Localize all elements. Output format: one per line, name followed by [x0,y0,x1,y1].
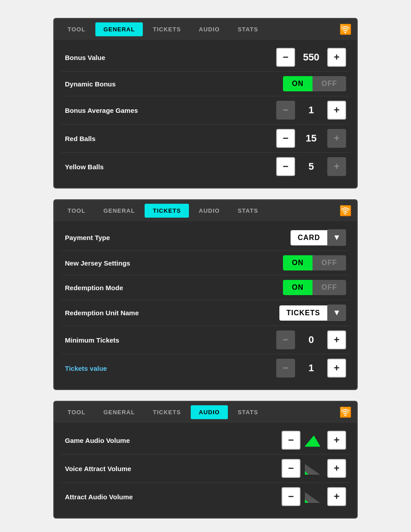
game-audio-plus[interactable]: + [327,431,346,450]
tab-audio-2[interactable]: AUDIO [191,204,228,218]
redemption-mode-label: Redemption Mode [65,284,123,292]
svg-marker-2 [305,464,320,475]
tab-tool-3[interactable]: TOOL [60,405,94,419]
dynamic-bonus-row: Dynamic Bonus ON OFF [61,72,350,96]
red-balls-control: − 15 + [276,129,346,148]
tab-tickets-2[interactable]: TICKETS [145,204,189,218]
yellow-balls-minus[interactable]: − [276,157,295,176]
tickets-value-display: 1 [298,362,325,374]
game-audio-minus[interactable]: − [282,431,300,450]
payment-type-control: CARD ▼ [291,229,346,246]
voice-attract-icon [303,460,325,476]
wifi-icon-2: 🛜 [339,205,351,217]
bonus-value-display: 550 [298,51,325,63]
bonus-avg-games-row: Bonus Average Games − 1 + [61,96,350,124]
min-tickets-control: − 0 + [276,330,346,349]
redemption-unit-value: TICKETS [279,305,327,321]
audio-panel: TOOL GENERAL TICKETS AUDIO STATS 🛜 Game … [53,401,358,519]
voice-attract-label: Voice Attract Volume [65,465,131,472]
dynamic-bonus-label: Dynamic Bonus [65,80,116,88]
game-audio-control: − + [282,431,346,450]
bonus-avg-games-display: 1 [298,104,325,116]
wifi-icon-3: 🛜 [339,407,351,418]
red-balls-plus[interactable]: + [327,129,346,148]
payment-type-label: Payment Type [65,234,110,241]
min-tickets-label: Minimum Tickets [65,336,119,344]
bonus-avg-games-control: − 1 + [276,101,346,120]
red-balls-display: 15 [298,133,325,144]
tab-tickets-3[interactable]: TICKETS [145,405,189,419]
new-jersey-control: ON OFF [283,255,346,270]
tab-stats-2[interactable]: STATS [230,204,266,218]
redemption-unit-dropdown: TICKETS ▼ [279,305,346,321]
payment-type-value: CARD [291,230,327,245]
tab-tool[interactable]: TOOL [60,22,94,36]
redemption-mode-on[interactable]: ON [283,280,313,295]
payment-type-row: Payment Type CARD ▼ [61,225,350,251]
bonus-avg-games-minus[interactable]: − [276,101,295,120]
tab-audio-3[interactable]: AUDIO [191,405,228,419]
tab-general-3[interactable]: GENERAL [95,405,143,419]
tickets-rows: Payment Type CARD ▼ New Jersey Settings … [54,221,357,389]
general-rows: Bonus Value − 550 + Dynamic Bonus ON OFF… [54,40,357,188]
redemption-mode-row: Redemption Mode ON OFF [61,275,350,300]
attract-audio-minus[interactable]: − [282,487,300,506]
voice-attract-plus[interactable]: + [327,459,346,478]
bonus-avg-games-plus[interactable]: + [327,101,346,120]
dynamic-bonus-control: ON OFF [283,76,346,91]
redemption-mode-control: ON OFF [283,280,346,295]
voice-attract-minus[interactable]: − [282,459,300,478]
yellow-balls-plus[interactable]: + [327,157,346,176]
tab-stats-3[interactable]: STATS [230,405,266,419]
game-audio-row: Game Audio Volume − + [61,426,350,455]
red-balls-row: Red Balls − 15 + [61,124,350,153]
tickets-value-row: Tickets value − 1 + [61,354,350,382]
min-tickets-minus[interactable]: − [276,330,295,349]
new-jersey-toggle: ON OFF [283,255,346,270]
yellow-balls-row: Yellow Balls − 5 + [61,153,350,180]
attract-audio-icon [303,489,325,505]
redemption-mode-toggle: ON OFF [283,280,346,295]
redemption-unit-label: Redemption Unit Name [65,309,139,317]
redemption-mode-off[interactable]: OFF [313,280,346,295]
dynamic-bonus-off[interactable]: OFF [313,76,346,91]
min-tickets-plus[interactable]: + [327,330,346,349]
new-jersey-row: New Jersey Settings ON OFF [61,251,350,275]
bonus-value-plus[interactable]: + [327,48,346,67]
bonus-avg-games-label: Bonus Average Games [65,107,138,114]
payment-type-arrow[interactable]: ▼ [327,229,346,246]
voice-attract-control: − + [282,459,346,478]
dynamic-bonus-on[interactable]: ON [283,76,313,91]
tab-stats[interactable]: STATS [230,22,266,36]
min-tickets-display: 0 [298,334,325,346]
attract-audio-control: − + [282,487,346,506]
tickets-tab-bar: TOOL GENERAL TICKETS AUDIO STATS 🛜 [54,200,357,221]
dynamic-bonus-toggle: ON OFF [283,76,346,91]
red-balls-minus[interactable]: − [276,129,295,148]
red-balls-label: Red Balls [65,135,95,142]
yellow-balls-display: 5 [298,161,325,172]
general-tab-bar: TOOL GENERAL TICKETS AUDIO STATS 🛜 [54,19,357,40]
bonus-value-row: Bonus Value − 550 + [61,43,350,72]
new-jersey-off[interactable]: OFF [313,255,346,270]
bonus-value-control: − 550 + [276,48,346,67]
tab-tool-2[interactable]: TOOL [60,204,94,218]
audio-rows: Game Audio Volume − + Voice Attract Volu… [54,423,357,518]
redemption-unit-arrow[interactable]: ▼ [327,305,346,321]
game-audio-icon [303,432,325,448]
attract-audio-label: Attract Audio Volume [65,493,133,501]
svg-marker-0 [305,436,320,446]
svg-marker-4 [305,492,320,503]
tickets-value-plus[interactable]: + [327,359,346,378]
tab-tickets[interactable]: TICKETS [145,22,189,36]
tickets-value-minus[interactable]: − [276,359,295,378]
bonus-value-minus[interactable]: − [276,48,295,67]
attract-audio-plus[interactable]: + [327,487,346,506]
voice-attract-row: Voice Attract Volume − + [61,455,350,483]
tab-general[interactable]: GENERAL [95,22,143,36]
tab-general-2[interactable]: GENERAL [95,204,143,218]
new-jersey-on[interactable]: ON [283,255,313,270]
yellow-balls-control: − 5 + [276,157,346,176]
payment-type-dropdown: CARD ▼ [291,229,346,246]
tab-audio[interactable]: AUDIO [191,22,228,36]
